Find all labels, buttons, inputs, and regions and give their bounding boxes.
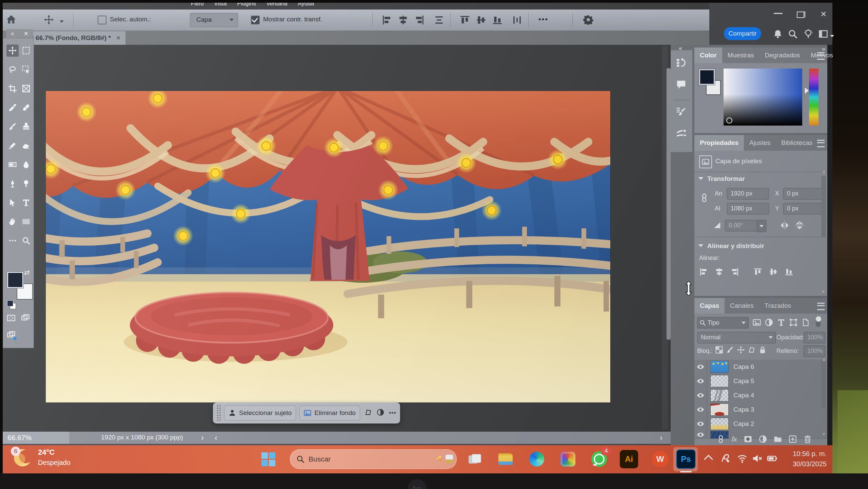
layer-thumbnail[interactable] (710, 403, 729, 416)
tab-trazados[interactable]: Trazados (759, 298, 797, 314)
y-input[interactable]: 0 px (783, 203, 825, 214)
crop-tool[interactable] (6, 82, 19, 95)
hue-slider[interactable] (809, 69, 818, 126)
task-view-icon[interactable] (464, 449, 485, 470)
distribute-v-icon[interactable] (513, 16, 521, 26)
workspace-gear-icon[interactable] (583, 15, 593, 26)
brush-settings-panel-icon[interactable] (676, 107, 686, 118)
layer-row-capa3[interactable]: Capa 3 (694, 402, 827, 417)
scroll-up-chevron[interactable]: ^ (823, 170, 825, 176)
color-panel-menu-icon[interactable] (817, 52, 825, 60)
history-panel-icon[interactable] (676, 58, 686, 69)
flip-horizontal-icon[interactable] (780, 221, 789, 231)
panel-expand-icon[interactable]: » (822, 45, 825, 53)
status-expand-icon[interactable]: › (201, 433, 204, 443)
height-input[interactable]: 1080 px (727, 203, 769, 214)
menu-filtro[interactable]: Filtro (191, 3, 204, 7)
document-tab-close-icon[interactable]: × (116, 34, 121, 42)
tray-chevron-up-icon[interactable] (705, 453, 712, 463)
photos-app-icon[interactable] (557, 449, 578, 470)
object-selection-tool[interactable] (20, 63, 32, 76)
delete-layer-icon[interactable] (804, 435, 812, 443)
align-middle-v-icon[interactable] (477, 16, 486, 26)
align-center-h-icon[interactable] (399, 16, 408, 26)
layer-thumbnail[interactable] (710, 418, 729, 430)
align-right-icon[interactable] (731, 268, 740, 277)
move-tool[interactable] (6, 44, 19, 57)
taskbar-search[interactable]: Buscar (290, 449, 457, 469)
auto-select-checkbox[interactable] (98, 16, 106, 24)
more-actions-icon[interactable]: ••• (388, 410, 397, 417)
filter-type-icon[interactable] (777, 318, 785, 328)
color-fg-swatch[interactable] (699, 69, 715, 85)
zoom-level[interactable]: 66.67% (3, 432, 69, 444)
scroll-down-chevron[interactable]: ^ (822, 287, 825, 293)
rotation-dropdown-chevron[interactable] (757, 220, 766, 232)
clone-stamp-tool[interactable] (20, 120, 32, 133)
toolbar-close-icon[interactable]: ✕ (24, 30, 28, 37)
properties-scrollbar[interactable] (821, 176, 826, 237)
transform-section-title[interactable]: Transformar (707, 175, 745, 183)
filter-toggle[interactable] (816, 317, 821, 327)
align-left-icon[interactable] (700, 268, 709, 277)
color-field[interactable] (724, 69, 802, 126)
visibility-eye-icon[interactable] (694, 417, 707, 431)
lock-artboard-icon[interactable] (748, 346, 755, 355)
more-options-icon[interactable]: ••• (538, 15, 548, 24)
hand-tool[interactable] (6, 215, 19, 228)
tab-color[interactable]: Color (694, 48, 722, 63)
weather-widget[interactable]: 6 (12, 448, 32, 469)
edit-in-app-icon[interactable] (5, 329, 17, 341)
add-mask-icon[interactable] (744, 435, 752, 443)
start-button[interactable] (258, 449, 279, 470)
select-subject-button[interactable]: Seleccionar sujeto (224, 406, 296, 420)
layer-row-capa6[interactable]: Capa 6 (694, 360, 827, 374)
close-button[interactable]: × (821, 8, 827, 20)
align-collapse-chevron[interactable] (698, 244, 703, 247)
layer-thumbnail[interactable] (710, 361, 729, 373)
foreground-color-swatch[interactable] (7, 272, 23, 288)
visibility-eye-icon[interactable] (694, 374, 707, 388)
volume-muted-icon[interactable] (752, 453, 762, 465)
hue-slider-pointer[interactable] (805, 88, 809, 94)
align-bottom-icon[interactable] (493, 16, 502, 26)
align-left-icon[interactable] (382, 16, 391, 26)
lasso-tool[interactable] (6, 63, 19, 76)
align-middle-v-icon[interactable] (770, 268, 778, 277)
gradient-tool[interactable] (6, 158, 19, 171)
dodge-tool[interactable] (20, 177, 32, 190)
align-bottom-icon[interactable] (785, 268, 794, 277)
layer-row-capa5[interactable]: Capa 5 (694, 374, 827, 389)
blend-mode-dropdown[interactable]: Normal (697, 332, 776, 343)
marquee-tool[interactable] (20, 44, 32, 57)
transform-icon[interactable] (363, 409, 373, 417)
battery-icon[interactable] (767, 453, 777, 465)
filter-smart-object-icon[interactable] (802, 318, 810, 328)
layers-scroll-down[interactable]: ^ (823, 430, 825, 436)
visibility-eye-icon[interactable] (694, 402, 707, 417)
layer-effects-icon[interactable]: fx (732, 435, 737, 443)
adjustment-icon[interactable] (376, 409, 385, 417)
restore-button[interactable] (797, 10, 804, 22)
layer-thumbnail[interactable] (710, 389, 729, 401)
toolbar-collapse-icon[interactable]: « (11, 30, 14, 37)
layers-scrollbar[interactable] (821, 361, 826, 409)
lock-transparency-icon[interactable] (715, 346, 723, 355)
layer-thumbnail[interactable] (710, 375, 729, 387)
share-button[interactable]: Compartir (724, 27, 761, 40)
clock-time[interactable]: 10:56 p. m. (783, 450, 827, 458)
path-selection-tool[interactable] (6, 196, 19, 209)
discover-lightbulb-icon[interactable] (804, 29, 813, 40)
eraser-tool[interactable] (20, 139, 32, 152)
lock-pixels-icon[interactable] (726, 346, 734, 355)
photoshop-icon[interactable]: Ps (675, 449, 696, 470)
search-icon[interactable] (788, 29, 797, 40)
rotation-input[interactable]: 0.00° (725, 220, 760, 231)
file-explorer-icon[interactable] (495, 449, 516, 470)
home-icon[interactable] (6, 14, 16, 26)
scroll-left-icon[interactable]: ‹ (215, 433, 217, 443)
visibility-eye-icon[interactable] (694, 388, 707, 402)
healing-brush-tool[interactable] (20, 101, 32, 114)
illustrator-icon[interactable]: Ai (620, 450, 638, 468)
comments-panel-icon[interactable] (676, 79, 686, 91)
